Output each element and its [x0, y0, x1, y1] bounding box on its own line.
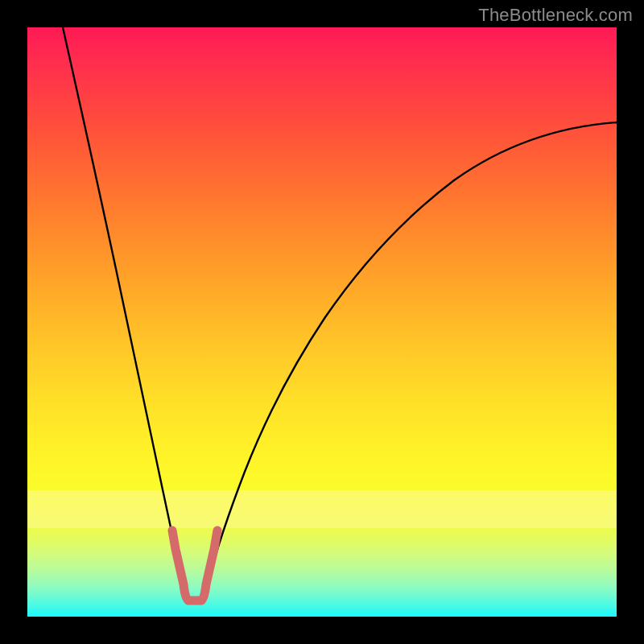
plot-area [27, 27, 617, 617]
right-curve [208, 122, 617, 583]
left-curve [63, 27, 182, 583]
curve-layer [27, 27, 617, 617]
chart-frame: TheBottleneck.com [0, 0, 644, 644]
valley-marker [172, 530, 217, 601]
watermark-text: TheBottleneck.com [478, 5, 633, 26]
